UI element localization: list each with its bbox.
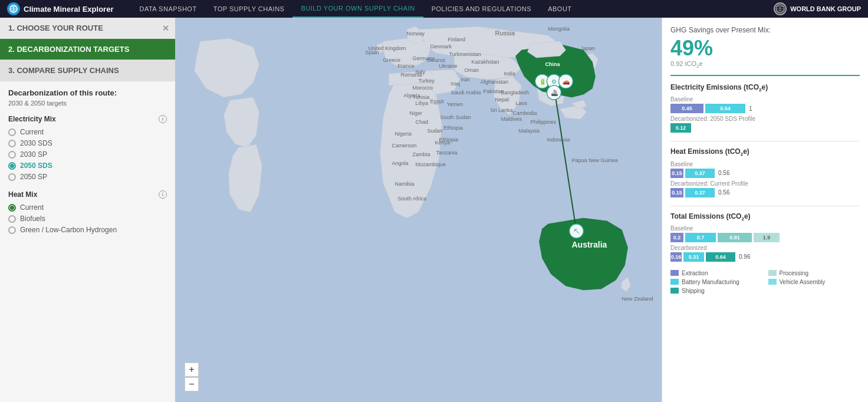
electricity-2050-sp[interactable]: 2050 SP <box>8 173 167 181</box>
svg-text:Kazakhstan: Kazakhstan <box>472 59 499 65</box>
zoom-out-button[interactable]: − <box>185 377 199 391</box>
svg-text:⚙: ⚙ <box>551 78 557 85</box>
world-bank-icon <box>774 2 787 15</box>
nav-top-supply-chains[interactable]: TOP SUPPLY CHAINS <box>205 0 293 18</box>
svg-text:Norway: Norway <box>407 31 425 37</box>
svg-text:France: France <box>398 63 415 69</box>
electricity-mix-section: Electricity Mix i <box>8 115 167 123</box>
legend-battery: Battery Manufacturing <box>670 279 762 285</box>
heat-radio-group: Current Biofuels Green / Low-Carbon Hydr… <box>8 203 167 234</box>
nav-build-your-own[interactable]: BUILD YOUR OWN SUPPLY CHAIN <box>292 0 423 18</box>
shipping-color <box>670 288 679 294</box>
nav-data-snapshot[interactable]: DATA SNAPSHOT <box>131 0 205 18</box>
legend-shipping: Shipping <box>670 288 762 294</box>
chart-legend: Extraction Processing Battery Manufactur… <box>670 270 860 294</box>
heat-mix-section: Heat Mix i <box>8 190 167 199</box>
heat-decarb-ext: 0.15 <box>670 188 683 197</box>
svg-text:Philippines: Philippines <box>531 119 557 125</box>
radio-heat-current-circle <box>8 204 16 212</box>
svg-text:New Zealand: New Zealand <box>622 296 653 302</box>
radio-hydrogen-circle <box>8 226 16 234</box>
electricity-chart: Electricity Emissions (tCO2e) Baseline 0… <box>670 83 860 133</box>
content-title: Decarbonization of this route: <box>8 88 167 97</box>
electricity-decarb-bar: 0.12 <box>670 123 860 133</box>
radio-current-circle <box>8 128 16 136</box>
radio-2030-sds-circle <box>8 140 16 147</box>
sidebar-step2[interactable]: 2. DECARBONIZATION TARGETS <box>0 39 175 60</box>
electricity-baseline-label: Baseline <box>670 96 860 103</box>
radio-biofuels-circle <box>8 215 16 223</box>
svg-text:South Sudan: South Sudan <box>440 114 471 120</box>
svg-text:Russia: Russia <box>495 29 516 37</box>
total-decarb-bat: 0.64 <box>706 252 735 262</box>
total-decarb-ext: 0.16 <box>670 252 682 262</box>
total-baseline-bar: 0.2 0.7 0.91 1.9 <box>670 233 860 242</box>
legend-vehicle: Vehicle Assembly <box>768 279 860 285</box>
sidebar-step3[interactable]: 3. COMPARE SUPPLY CHAINS <box>0 60 175 81</box>
svg-text:Turkmenistan: Turkmenistan <box>449 51 481 57</box>
sidebar-content: Decarbonization of this route: 2030 & 20… <box>0 81 175 402</box>
svg-text:South Africa: South Africa <box>398 196 427 202</box>
svg-text:Nigeria: Nigeria <box>395 131 412 137</box>
svg-text:Greece: Greece <box>383 57 401 63</box>
heat-current[interactable]: Current <box>8 203 167 212</box>
electricity-2030-sds[interactable]: 2030 SDS <box>8 139 167 147</box>
svg-text:Zambia: Zambia <box>413 151 430 157</box>
svg-text:Spain: Spain <box>366 50 379 55</box>
header: Climate Mineral Explorer DATA SNAPSHOT T… <box>0 0 868 18</box>
total-proc: 0.7 <box>685 233 716 242</box>
logo-icon <box>7 2 20 15</box>
electricity-current[interactable]: Current <box>8 128 167 136</box>
total-decarb-bar: 0.16 0.31 0.64 0.96 <box>670 252 860 262</box>
total-ship: 1.9 <box>754 233 780 242</box>
svg-text:Mozambique: Mozambique <box>416 162 446 167</box>
svg-text:Mongolia: Mongolia <box>548 26 570 32</box>
nav-about[interactable]: ABOUT <box>540 0 580 18</box>
total-ext: 0.2 <box>670 233 683 242</box>
heat-decarb-bar: 0.15 0.37 0.56 <box>670 188 860 197</box>
heat-baseline-label: Baseline <box>670 161 860 167</box>
heat-biofuels[interactable]: Biofuels <box>8 215 167 223</box>
svg-text:China: China <box>545 61 561 67</box>
total-decarb-label: Decarbonized <box>670 245 860 251</box>
world-bank-logo: WORLD BANK GROUP <box>774 2 861 15</box>
svg-text:Egypt: Egypt <box>430 98 445 104</box>
nav-policies[interactable]: POLICIES AND REGULATIONS <box>423 0 540 18</box>
content-sub: 2030 & 2050 targets <box>8 100 167 107</box>
heat-info-icon[interactable]: i <box>159 190 167 199</box>
world-map: 🔋 ⚙ 🚗 🚢 ⛏ Russia Finland Norway Denmark … <box>175 18 662 402</box>
logo[interactable]: Climate Mineral Explorer <box>7 2 113 15</box>
zoom-in-button[interactable]: + <box>185 363 199 377</box>
svg-text:Namibia: Namibia <box>395 181 415 187</box>
sidebar-step1[interactable]: 1. CHOOSE YOUR ROUTE ✕ <box>0 18 175 39</box>
svg-text:Ukraine: Ukraine <box>439 63 458 69</box>
svg-text:Belarus: Belarus <box>428 57 446 63</box>
svg-text:Bangladesh: Bangladesh <box>501 90 530 95</box>
electricity-2030-sp[interactable]: 2030 SP <box>8 150 167 159</box>
heat-green-hydrogen[interactable]: Green / Low-Carbon Hydrogen <box>8 226 167 234</box>
svg-text:🔋: 🔋 <box>539 78 547 85</box>
electricity-info-icon[interactable]: i <box>159 115 167 123</box>
electricity-2050-sds[interactable]: 2050 SDS <box>8 162 167 170</box>
battery-color <box>670 279 679 285</box>
svg-text:Libya: Libya <box>416 100 429 106</box>
vehicle-color <box>768 279 777 285</box>
svg-text:Yemen: Yemen <box>447 101 463 107</box>
svg-text:Iran: Iran <box>461 77 471 83</box>
svg-text:🚢: 🚢 <box>551 89 558 97</box>
svg-text:Morocco: Morocco <box>413 85 433 91</box>
total-chart: Total Emissions (tCO2e) Baseline 0.2 0.7… <box>670 212 860 262</box>
total-baseline-label: Baseline <box>670 225 860 232</box>
svg-text:Romania: Romania <box>401 72 422 78</box>
heat-decarb-label: Decarbonized: Current Profile <box>670 180 860 187</box>
svg-text:Cameroon: Cameroon <box>392 143 417 149</box>
ghg-percentage: 49% <box>670 37 860 60</box>
total-decarb-proc: 0.31 <box>683 252 704 262</box>
svg-text:Cambodia: Cambodia <box>513 110 537 116</box>
elec-decarb-segment: 0.12 <box>670 123 691 133</box>
svg-text:Kenya: Kenya <box>435 140 451 146</box>
svg-text:Turkey: Turkey <box>419 78 435 84</box>
heat-baseline-bar: 0.15 0.37 0.56 <box>670 169 860 178</box>
map-area[interactable]: 🔋 ⚙ 🚗 🚢 ⛏ Russia Finland Norway Denmark … <box>175 18 662 402</box>
main-nav: DATA SNAPSHOT TOP SUPPLY CHAINS BUILD YO… <box>131 0 774 18</box>
